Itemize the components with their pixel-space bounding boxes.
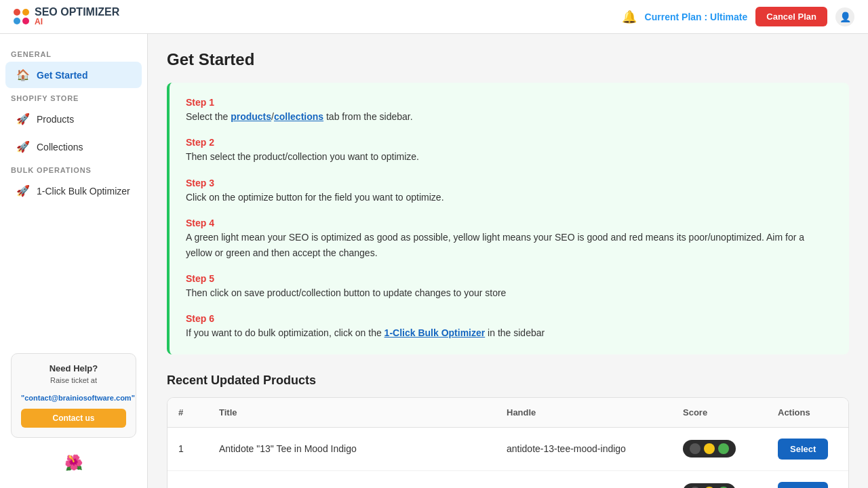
recent-products-title: Recent Updated Products	[167, 373, 849, 388]
help-subtitle: Raise ticket at	[21, 376, 126, 384]
step-2-text: Then select the product/collection you w…	[186, 151, 419, 162]
col-num: #	[167, 398, 208, 427]
flower-icon: 🌺	[0, 449, 147, 477]
score-indicator	[683, 440, 736, 458]
table-header: # Title Handle Score Actions	[167, 398, 848, 428]
step-3-label: Step 3	[186, 178, 214, 188]
products-table: # Title Handle Score Actions 1 Antidote …	[167, 397, 849, 488]
step-5-label: Step 5	[186, 273, 214, 284]
collections-link[interactable]: collections	[274, 111, 323, 122]
current-plan-label: Current Plan : Ultimate	[645, 12, 748, 22]
bulk-operations-section-label: BULK OPERATIONS	[0, 161, 147, 177]
row-2-score	[672, 472, 767, 488]
sidebar-item-get-started[interactable]: 🏠 Get Started	[5, 62, 142, 88]
row-2-action: Select	[767, 471, 848, 488]
collections-icon: 🚀	[16, 140, 30, 153]
logo-area: SEO OPTIMIZER AI	[14, 7, 119, 26]
row-1-num: 1	[167, 432, 208, 465]
page-title: Get Started	[167, 50, 849, 69]
sidebar-item-get-started-label: Get Started	[37, 70, 87, 81]
help-title: Need Help?	[21, 363, 126, 373]
col-title: Title	[208, 398, 496, 427]
score-dot-2	[704, 443, 715, 454]
col-score: Score	[672, 398, 767, 427]
table-row: 1 Antidote "13" Tee in Mood Indigo antid…	[167, 428, 848, 471]
plan-icon: 🔔	[622, 9, 637, 24]
layout: GENERAL 🏠 Get Started SHOPIFY STORE 🚀 Pr…	[0, 34, 868, 488]
col-actions: Actions	[767, 398, 848, 427]
score-indicator	[683, 483, 736, 488]
logo-text: SEO OPTIMIZER	[35, 7, 119, 18]
row-1-action: Select	[767, 428, 848, 470]
user-avatar[interactable]: 👤	[835, 7, 854, 26]
help-box: Need Help? Raise ticket at "contact@brai…	[11, 353, 136, 438]
step-4-label: Step 4	[186, 218, 214, 228]
step-1-text: Select the products/collections tab from…	[186, 111, 413, 122]
bulk-optimizer-link[interactable]: 1-Click Bulk Optimizer	[384, 327, 486, 338]
step-2-label: Step 2	[186, 137, 214, 148]
sidebar-item-collections-label: Collections	[37, 142, 83, 152]
logo-icon	[14, 9, 29, 24]
home-icon: 🏠	[16, 68, 30, 81]
row-2-handle: amand-shirt-brown	[496, 476, 672, 488]
row-1-title: Antidote "13" Tee in Mood Indigo	[208, 432, 496, 465]
sidebar-item-bulk-optimizer-label: 1-Click Bulk Optimizer	[37, 186, 130, 197]
cancel-plan-button[interactable]: Cancel Plan	[755, 7, 827, 26]
step-4-text: A green light mean your SEO is optimized…	[186, 232, 804, 258]
table-row: 2 Amand Shirt in Brown amand-shirt-brown…	[167, 471, 848, 488]
help-email[interactable]: "contact@brainiosoftware.com"	[21, 394, 135, 402]
step-1-label: Step 1	[186, 97, 214, 108]
row-1-score	[672, 429, 767, 468]
sidebar-item-products[interactable]: 🚀 Products	[5, 106, 142, 132]
row-1-handle: antidote-13-tee-mood-indigo	[496, 432, 672, 465]
sidebar-item-collections[interactable]: 🚀 Collections	[5, 134, 142, 160]
row-2-num: 2	[167, 476, 208, 488]
step-6-text: If you want to do bulk optimization, cli…	[186, 327, 545, 338]
step-5-text: Then click on save product/collection bu…	[186, 287, 506, 298]
shopify-store-section-label: SHOPIFY STORE	[0, 89, 147, 105]
main-content: Get Started Step 1 Select the products/c…	[148, 34, 868, 488]
sidebar-item-bulk-optimizer[interactable]: 🚀 1-Click Bulk Optimizer	[5, 178, 142, 204]
row-2-title: Amand Shirt in Brown	[208, 476, 496, 488]
col-handle: Handle	[496, 398, 672, 427]
score-dot-1	[690, 443, 701, 454]
logo-ai: AI	[35, 18, 119, 26]
step-6-label: Step 6	[186, 313, 214, 324]
contact-us-button[interactable]: Contact us	[21, 409, 126, 428]
row-1-select-button[interactable]: Select	[778, 439, 828, 460]
topbar: SEO OPTIMIZER AI 🔔 Current Plan : Ultima…	[0, 0, 868, 34]
bulk-optimizer-icon: 🚀	[16, 184, 30, 197]
plan-name: Ultimate	[710, 12, 747, 22]
general-section-label: GENERAL	[0, 45, 147, 61]
sidebar: GENERAL 🏠 Get Started SHOPIFY STORE 🚀 Pr…	[0, 34, 148, 488]
step-3-text: Click on the optimize button for the fie…	[186, 192, 444, 203]
steps-card: Step 1 Select the products/collections t…	[167, 83, 849, 354]
products-link[interactable]: products	[231, 111, 271, 122]
row-2-select-button[interactable]: Select	[778, 482, 828, 488]
sidebar-item-products-label: Products	[37, 114, 74, 125]
products-icon: 🚀	[16, 113, 30, 125]
score-dot-3	[718, 443, 729, 454]
